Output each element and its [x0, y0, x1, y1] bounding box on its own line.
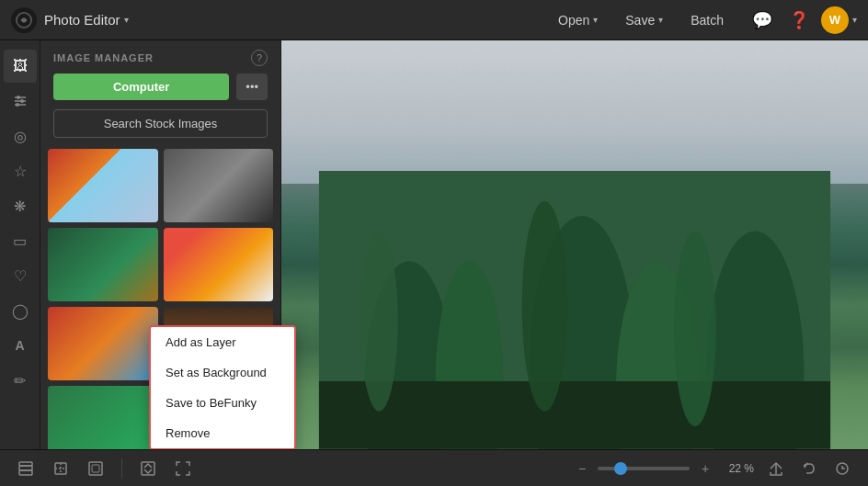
help-button[interactable]: ?: [251, 50, 268, 66]
sky-layer: [281, 40, 868, 184]
crop-bottom-icon[interactable]: [48, 456, 74, 481]
thumb-3[interactable]: [48, 228, 158, 301]
app-name[interactable]: Photo Editor ▾: [44, 12, 129, 28]
upload-row: Computer •••: [40, 73, 280, 109]
user-avatar: W: [821, 6, 849, 34]
zoom-minus[interactable]: −: [572, 461, 592, 476]
context-add-as-layer[interactable]: Add as Layer: [151, 327, 294, 357]
zoom-plus[interactable]: +: [695, 461, 715, 476]
svg-rect-13: [319, 381, 830, 449]
nav-batch[interactable]: Batch: [678, 7, 737, 33]
svg-point-14: [360, 232, 398, 412]
svg-point-6: [16, 103, 19, 107]
nav-save-label: Save: [625, 13, 655, 28]
nav-open-chevron: ▾: [593, 15, 598, 25]
upload-computer-button[interactable]: Computer: [53, 73, 229, 100]
fit-icon[interactable]: [135, 456, 161, 481]
topbar-nav: Open ▾ Save ▾ Batch: [545, 7, 737, 33]
help-icon[interactable]: ❓: [784, 6, 814, 35]
context-remove[interactable]: Remove: [151, 418, 294, 448]
chat-icon[interactable]: 💬: [748, 6, 777, 35]
tool-text[interactable]: A: [4, 329, 37, 362]
tool-star[interactable]: ☆: [4, 154, 37, 187]
context-save-to-befunky[interactable]: Save to BeFunky: [151, 388, 294, 418]
tool-effects[interactable]: ❋: [4, 189, 37, 222]
image-manager-title: IMAGE MANAGER: [53, 52, 154, 63]
tool-image[interactable]: 🖼: [4, 50, 37, 83]
svg-rect-24: [92, 465, 99, 472]
image-manager-header: IMAGE MANAGER ?: [40, 40, 280, 73]
history-icon[interactable]: [829, 456, 855, 481]
topbar-right: 💬 ❓ W ▾: [748, 6, 857, 35]
tool-sidebar: 🖼 ◎ ☆ ❋ ▭ ♡ ◯ A ✏: [0, 40, 40, 449]
bottom-bar: − + 22 %: [0, 449, 868, 486]
tool-brush[interactable]: ✏: [4, 364, 37, 397]
stock-search-button[interactable]: Search Stock Images: [53, 109, 268, 138]
app-name-chevron: ▾: [124, 15, 129, 25]
app-logo: [11, 7, 37, 33]
tool-sliders[interactable]: [4, 85, 37, 118]
more-options-button[interactable]: •••: [236, 73, 268, 100]
zoom-slider[interactable]: [598, 467, 690, 470]
separator-1: [121, 458, 122, 479]
bottom-right-actions: [763, 456, 855, 481]
tool-heart[interactable]: ♡: [4, 259, 37, 292]
canvas-area[interactable]: [281, 40, 868, 449]
svg-rect-23: [89, 462, 102, 475]
expand-icon[interactable]: [170, 456, 196, 481]
svg-rect-19: [19, 462, 32, 466]
zoom-label: 22 %: [721, 462, 754, 475]
svg-point-5: [20, 99, 24, 103]
canvas-background: [281, 40, 868, 449]
share-icon[interactable]: [763, 456, 789, 481]
svg-point-15: [522, 201, 567, 412]
user-avatar-wrap[interactable]: W ▾: [821, 6, 857, 34]
thumb-2[interactable]: [164, 149, 274, 222]
context-set-as-background[interactable]: Set as Background: [151, 357, 294, 388]
undo-icon[interactable]: [796, 456, 822, 481]
cactus-layer: [281, 171, 868, 449]
thumb-4[interactable]: [164, 228, 274, 301]
thumb-1[interactable]: [48, 149, 158, 222]
nav-save[interactable]: Save ▾: [612, 7, 676, 33]
svg-point-4: [17, 96, 20, 99]
svg-point-16: [674, 232, 716, 427]
image-manager-panel: IMAGE MANAGER ? Computer ••• Search Stoc…: [40, 40, 281, 449]
tool-layers[interactable]: ▭: [4, 224, 37, 257]
frame-bottom-icon[interactable]: [83, 456, 108, 481]
nav-batch-label: Batch: [691, 13, 724, 28]
topbar: Photo Editor ▾ Open ▾ Save ▾ Batch 💬 ❓ W…: [0, 0, 868, 40]
tool-shape[interactable]: ◯: [4, 294, 37, 327]
layers-bottom-icon[interactable]: [13, 456, 39, 481]
avatar-chevron: ▾: [852, 15, 857, 25]
nav-save-chevron: ▾: [658, 15, 663, 25]
thumb-7[interactable]: [48, 386, 158, 449]
nav-open[interactable]: Open ▾: [545, 7, 611, 33]
zoom-controls: − + 22 %: [572, 461, 754, 476]
nav-open-label: Open: [558, 13, 589, 28]
main-area: 🖼 ◎ ☆ ❋ ▭ ♡ ◯ A ✏ IMAGE MANAGER ? Comput…: [0, 40, 868, 449]
tool-eye[interactable]: ◎: [4, 119, 37, 153]
context-menu: Add as Layer Set as Background Save to B…: [149, 325, 296, 449]
app-name-label: Photo Editor: [44, 12, 120, 28]
thumb-5[interactable]: [48, 307, 158, 380]
